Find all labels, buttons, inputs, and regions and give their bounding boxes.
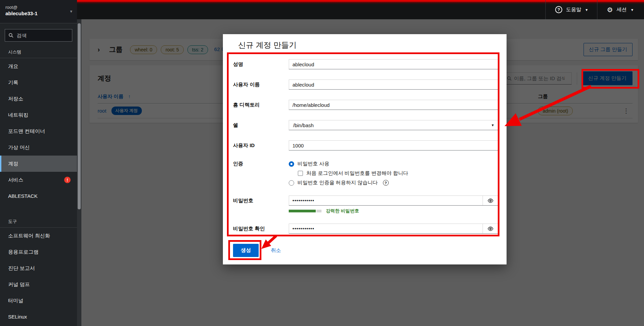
sidebar-item-podman[interactable]: 포드맨 컨테이너 (0, 123, 77, 139)
help-icon: ? (555, 6, 562, 13)
sidebar-section-system: 시스템 (0, 43, 77, 58)
sidebar-item-selinux[interactable]: SELinux (0, 309, 77, 325)
full-name-label: 성명 (233, 61, 289, 68)
help-label: 도움말 (566, 6, 581, 13)
sidebar-scrollbar[interactable] (77, 19, 81, 326)
session-menu[interactable]: ⚙ 세션 ▾ (597, 0, 643, 19)
username-field[interactable] (289, 79, 498, 90)
home-directory-field[interactable] (289, 100, 498, 110)
strength-label: 강력한 비밀번호 (326, 208, 359, 214)
password-field[interactable] (289, 196, 483, 205)
shell-label: 쉘 (233, 122, 289, 129)
use-password-label: 비밀번호 사용 (298, 161, 329, 167)
sidebar-item-software-updates[interactable]: 소프트웨어 최신화 (0, 228, 77, 244)
sidebar-search[interactable] (5, 29, 72, 42)
services-alert-badge: ! (64, 177, 71, 183)
full-name-field[interactable] (289, 59, 498, 69)
cancel-link[interactable]: 취소 (271, 247, 281, 254)
host-selector[interactable]: root@ ablecube33-1 ▾ (0, 0, 77, 23)
username-label: 사용자 이름 (233, 82, 289, 88)
create-account-dialog: 신규 계정 만들기 성명 사용자 이름 홈 디렉토리 쉘 /bin/bash ▾ (223, 34, 507, 264)
sidebar-item-storage[interactable]: 저장소 (0, 91, 77, 107)
create-button[interactable]: 생성 (233, 244, 259, 257)
sidebar-section-tools: 도구 (0, 212, 77, 227)
show-confirm-password-button[interactable] (483, 224, 498, 233)
sidebar-item-services[interactable]: 서비스 ! (0, 172, 77, 188)
confirm-password-field[interactable] (289, 224, 483, 233)
sidebar-item-virtual-machines[interactable]: 가상 머신 (0, 139, 77, 156)
force-password-change-checkbox[interactable] (298, 171, 303, 176)
disallow-password-label: 비밀번호 인증을 허용하지 않습니다 (298, 180, 378, 186)
disallow-password-radio[interactable] (289, 180, 294, 186)
host-name: ablecube33-1 (5, 10, 72, 17)
session-label: 세션 (617, 6, 627, 13)
chevron-down-icon: ▾ (631, 7, 633, 12)
shell-selected-value: /bin/bash (293, 122, 314, 128)
help-icon[interactable]: ? (383, 180, 389, 186)
home-directory-label: 홈 디렉토리 (233, 102, 289, 108)
sidebar-item-networking[interactable]: 네트워킹 (0, 107, 77, 123)
chevron-down-icon[interactable]: ▾ (70, 9, 72, 14)
show-password-button[interactable] (483, 196, 498, 205)
chevron-down-icon: ▾ (492, 123, 494, 127)
chevron-down-icon: ▾ (586, 7, 588, 12)
password-strength-meter: 강력한 비밀번호 (289, 208, 498, 214)
eye-icon (487, 197, 494, 204)
spacer (0, 204, 77, 212)
sidebar-search-input[interactable] (17, 32, 69, 38)
gear-icon: ⚙ (607, 6, 613, 13)
shell-select[interactable]: /bin/bash ▾ (289, 120, 498, 130)
strength-bar-empty (316, 210, 321, 212)
sidebar-item-applications[interactable]: 응용프로그램 (0, 244, 77, 260)
user-id-label: 사용자 ID (233, 142, 289, 149)
scrollbar-thumb[interactable] (78, 23, 81, 209)
dialog-title: 신규 계정 만들기 (238, 40, 297, 50)
sidebar: 시스템 개요 기록 저장소 네트워킹 포드맨 컨테이너 가상 머신 계정 서비스… (0, 23, 77, 326)
sidebar-item-kernel-dump[interactable]: 커널 덤프 (0, 276, 77, 293)
masthead: ? 도움말 ▾ ⚙ 세션 ▾ (77, 0, 644, 19)
sidebar-item-terminal[interactable]: 터미널 (0, 293, 77, 309)
eye-icon (487, 226, 494, 232)
strength-bar-filled (289, 210, 316, 212)
confirm-password-label: 비밀번호 확인 (233, 226, 289, 232)
search-icon (8, 33, 14, 38)
help-menu[interactable]: ? 도움말 ▾ (545, 0, 597, 19)
sidebar-item-overview[interactable]: 개요 (0, 58, 77, 74)
sidebar-item-logs[interactable]: 기록 (0, 74, 77, 91)
password-label: 비밀번호 (233, 197, 289, 204)
page: root@ ablecube33-1 ▾ ? 도움말 ▾ ⚙ 세션 ▾ (0, 0, 644, 326)
sidebar-item-accounts[interactable]: 계정 (0, 156, 77, 172)
force-password-change-label: 처음 로그인에서 비밀번호를 변경해야 합니다 (306, 170, 408, 177)
host-user: root@ (5, 4, 72, 10)
sidebar-item-ablestack[interactable]: ABLESTACK (0, 188, 77, 204)
use-password-radio[interactable] (289, 161, 294, 167)
sidebar-item-diagnostic-reports[interactable]: 진단 보고서 (0, 260, 77, 276)
authentication-label: 인증 (233, 161, 289, 167)
user-id-field[interactable] (289, 140, 498, 150)
